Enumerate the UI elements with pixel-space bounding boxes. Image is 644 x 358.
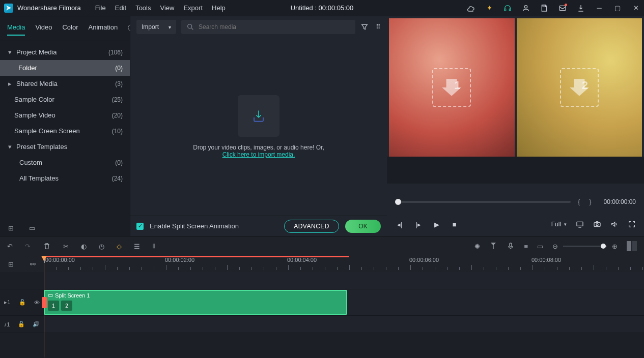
render-icon[interactable]: ✺ (474, 243, 480, 250)
import-link[interactable]: Click here to import media. (222, 151, 295, 158)
tree-preset-templates[interactable]: ▾Preset Templates (0, 139, 130, 155)
save-icon[interactable] (540, 4, 548, 12)
zoom-slider[interactable] (563, 246, 607, 247)
tree-shared-media[interactable]: ▸Shared Media (3) (0, 76, 130, 92)
clip-seg-2: 2 (61, 301, 72, 311)
mixer-icon[interactable]: ≡ (524, 243, 528, 250)
tree-sample-color[interactable]: Sample Color (25) (0, 92, 130, 107)
advanced-button[interactable]: ADVANCED (284, 220, 339, 233)
bracket-open-icon: { (578, 198, 580, 205)
speed-icon[interactable]: ◷ (99, 243, 104, 250)
account-icon[interactable] (522, 4, 530, 12)
menu-help[interactable]: Help (212, 4, 226, 12)
tab-video[interactable]: Video (35, 23, 52, 36)
add-track-icon[interactable]: ⊞ (8, 260, 14, 268)
audio-track-1[interactable]: ♪1 🔓 🔊 (0, 316, 644, 333)
menu-export[interactable]: Export (183, 4, 203, 12)
split-animation-label: Enable Split Screen Animation (150, 222, 278, 230)
clip-split-screen[interactable]: ▭Split Screen 1 1 2 (44, 290, 347, 315)
download-icon[interactable] (577, 4, 585, 12)
inbox-icon[interactable] (558, 4, 567, 12)
scrub-thumb[interactable] (395, 199, 401, 205)
ok-button[interactable]: OK (345, 220, 381, 233)
app-logo-wrap: Wondershare Filmora (4, 4, 81, 13)
lock-icon[interactable]: 🔓 (18, 321, 25, 327)
delete-button[interactable] (43, 242, 51, 250)
menu-tools[interactable]: Tools (135, 4, 151, 12)
close-button[interactable]: ✕ (632, 4, 640, 12)
media-footer: ✓ Enable Split Screen Animation ADVANCED… (130, 216, 387, 236)
preview-scrub-track[interactable] (395, 201, 571, 203)
drop-area[interactable]: Drop your video clips, images, or audio … (130, 38, 387, 216)
maximize-button[interactable]: ▢ (613, 4, 622, 12)
split-animation-checkbox[interactable]: ✓ (136, 223, 144, 230)
audio-wave-icon[interactable]: ⫴ (152, 242, 155, 250)
prev-frame-button[interactable]: ◂| (397, 221, 402, 228)
speaker-icon[interactable]: 🔊 (33, 321, 40, 327)
mic-icon[interactable] (507, 242, 515, 250)
zoom-in-button[interactable]: ⊕ (612, 243, 618, 250)
menu-edit[interactable]: Edit (115, 4, 126, 12)
fullscreen-icon[interactable] (628, 220, 636, 228)
tree-sample-green-screen[interactable]: Sample Green Screen (10) (0, 123, 130, 139)
tree-all-templates[interactable]: All Templates (24) (0, 170, 130, 186)
menu-view[interactable]: View (160, 4, 174, 12)
minimize-button[interactable]: ─ (595, 4, 603, 12)
tab-color[interactable]: Color (62, 23, 78, 36)
filter-icon[interactable] (360, 23, 369, 31)
tab-media[interactable]: Media (7, 23, 25, 36)
eye-icon[interactable]: 👁 (34, 300, 40, 306)
play-button[interactable]: ▶ (434, 221, 439, 228)
tree-custom[interactable]: Custom (0) (0, 155, 130, 170)
clip-segments: 1 2 (48, 301, 343, 311)
zoom-thumb[interactable] (601, 244, 606, 249)
playhead[interactable] (44, 256, 44, 357)
tab-animation[interactable]: Animation (89, 23, 118, 36)
tree-folder[interactable]: Folder (0) (0, 60, 130, 76)
split-slot-2[interactable]: 2 (517, 18, 642, 157)
search-field[interactable] (199, 23, 350, 31)
menu-file[interactable]: File (95, 4, 106, 12)
crop-icon[interactable]: ◐ (81, 243, 87, 250)
headphones-icon[interactable] (503, 4, 512, 12)
link-icon[interactable]: ⚯ (30, 260, 36, 268)
cut-button[interactable]: ✂ (63, 243, 69, 250)
audio-track-body[interactable] (44, 316, 644, 333)
tips-icon[interactable]: ✦ (485, 4, 493, 12)
redo-button[interactable]: ↷ (25, 243, 31, 250)
view-mode-toggle[interactable] (627, 241, 637, 251)
new-folder-icon[interactable]: ⊞ (8, 224, 14, 232)
cloud-icon[interactable] (467, 4, 475, 12)
zoom-out-button[interactable]: ⊖ (552, 243, 558, 250)
next-frame-button[interactable]: |▸ (415, 221, 421, 228)
marker2-icon[interactable]: ▭ (537, 243, 543, 250)
ruler-body[interactable]: |00:00:00:00 00:00:02:00 00:00:04:00 00:… (44, 256, 644, 272)
menubar: File Edit Tools View Export Help (95, 4, 226, 12)
folder-icon[interactable]: ▭ (29, 224, 35, 232)
track-label: ▸1 (4, 299, 10, 306)
display-icon[interactable] (576, 220, 584, 228)
volume-icon[interactable] (610, 220, 619, 228)
search-media-input[interactable] (181, 20, 355, 34)
main-tabs: Media Video Color Animation ⓘ (0, 16, 130, 41)
adjust-icon[interactable]: ☰ (134, 243, 140, 250)
media-browser: Import ▾ ⠿ Drop your video clips, images… (130, 16, 387, 236)
preview-scrubbar: { } 00:00:00:00 (387, 184, 644, 213)
video-track-head: ▸1 🔓 👁 (0, 289, 44, 315)
video-track-body[interactable]: ▭Split Screen 1 1 2 (44, 289, 644, 315)
clip-handle[interactable] (42, 297, 47, 308)
stop-button[interactable]: ■ (453, 221, 457, 228)
tree-project-media[interactable]: ▾Project Media (106) (0, 44, 130, 60)
quality-select[interactable]: Full▾ (551, 221, 567, 228)
snapshot-icon[interactable] (593, 220, 601, 228)
marker-icon[interactable] (489, 242, 497, 250)
tree-sample-video[interactable]: Sample Video (20) (0, 107, 130, 123)
split-slot-1[interactable]: 1 (389, 18, 515, 157)
lock-icon[interactable]: 🔓 (19, 299, 26, 306)
undo-button[interactable]: ↶ (7, 243, 13, 250)
grid-view-icon[interactable]: ⠿ (376, 23, 381, 31)
diamond-icon[interactable]: ◇ (117, 243, 122, 250)
chevron-down-icon: ▾ (7, 48, 12, 56)
import-button[interactable]: Import ▾ (136, 20, 176, 34)
video-track-1[interactable]: ▸1 🔓 👁 ▭Split Screen 1 1 2 (0, 289, 644, 316)
